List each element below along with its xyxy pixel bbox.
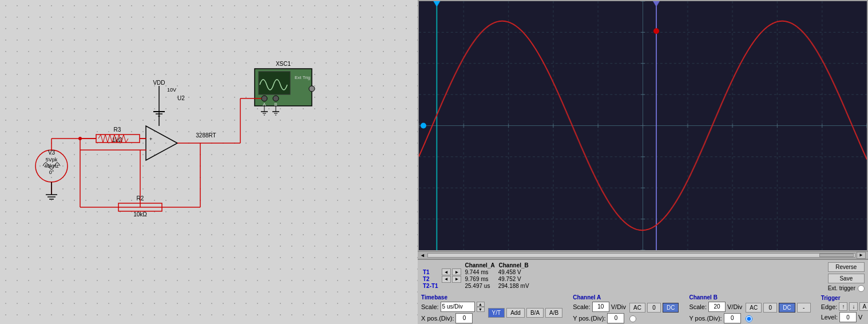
ab-button[interactable]: A/B: [545, 308, 562, 318]
channel-b-group: Channel B Scale: V/Div Y pos.(Div):: [689, 294, 742, 323]
edge-rising-btn[interactable]: ↑: [839, 302, 847, 311]
timebase-scale-input[interactable]: [441, 302, 475, 312]
ba-button[interactable]: B/A: [526, 308, 544, 318]
chb-ypos-input[interactable]: [724, 313, 741, 323]
cha-dc-btn[interactable]: DC: [663, 303, 679, 313]
t1-left-btn[interactable]: ◄: [442, 268, 451, 275]
svg-line-15: [101, 135, 103, 143]
ext-trigger-radio[interactable]: [858, 285, 865, 292]
chb-btn-row: AC 0 DC -: [746, 303, 810, 313]
cha-ac-btn[interactable]: AC: [629, 303, 645, 313]
svg-text:40kHz: 40kHz: [44, 163, 59, 169]
scrollbar-track[interactable]: [427, 253, 855, 258]
t2t1-label: T2-T1: [421, 283, 440, 289]
measurements-table: Channel_A Channel_B T1 ◄ ► 9.744 ms 49.4…: [421, 262, 534, 289]
ext-trigger-row: Ext. trigger: [828, 285, 865, 292]
channel-a-group: Channel A Scale: V/Div Y pos.(Div):: [573, 294, 626, 323]
chb-radio[interactable]: [746, 315, 752, 322]
ch-b-header: Channel_B: [497, 262, 531, 268]
edge-a-btn[interactable]: A: [859, 302, 868, 311]
trigger-label: Trigger: [821, 295, 868, 301]
scrollbar-thumb[interactable]: [819, 254, 854, 257]
svg-text:VDD: VDD: [153, 80, 165, 86]
cha-0-btn[interactable]: 0: [647, 303, 661, 313]
timebase-down-btn[interactable]: ▼: [477, 307, 485, 312]
svg-text:-: -: [149, 147, 151, 153]
trigger-level-unit: V: [858, 314, 862, 321]
cha-scale-input[interactable]: [592, 302, 609, 312]
chb-buttons: AC 0 DC -: [746, 303, 810, 322]
t2-time: 9.769 ms: [463, 275, 496, 283]
cha-radio[interactable]: [629, 315, 636, 322]
chb-ypos-label: Y pos.(Div):: [689, 315, 722, 322]
timebase-xpos-row: X pos.(Div):: [421, 313, 485, 323]
t2t1-chb: [531, 283, 534, 289]
t2-chb: [531, 275, 534, 283]
chb-scale-input[interactable]: [708, 302, 726, 312]
svg-line-14: [98, 135, 101, 139]
cha-scale-row: Scale: V/Div: [573, 302, 626, 312]
svg-line-17: [105, 135, 108, 143]
t2t1-time: 25.497 us: [463, 283, 496, 289]
chb-0-btn[interactable]: 0: [763, 303, 777, 313]
svg-marker-32: [146, 126, 177, 160]
t1-label: T1: [421, 268, 440, 276]
t1-time: 9.744 ms: [463, 268, 496, 276]
waveform-canvas: [419, 1, 867, 250]
cha-buttons: AC 0 DC: [629, 303, 679, 322]
svg-point-60: [309, 86, 315, 92]
oscilloscope-scrollbar[interactable]: ◄ ►: [418, 251, 868, 259]
timebase-scale-label: Scale:: [421, 303, 439, 310]
channel-a-label: Channel A: [573, 294, 626, 301]
trigger-level-label: Level:: [821, 314, 838, 321]
yt-button[interactable]: Y/T: [488, 308, 505, 318]
channel-b-label: Channel B: [689, 294, 742, 301]
svg-text:R2: R2: [137, 195, 144, 201]
svg-text:U2: U2: [177, 95, 185, 101]
timebase-spin: ▲ ▼: [477, 302, 485, 312]
trigger-level-input[interactable]: [839, 312, 857, 322]
cha-btn-row: AC 0 DC: [629, 303, 679, 313]
chb-scale-row: Scale: V/Div: [689, 302, 742, 312]
ext-trigger-label: Ext. trigger: [828, 285, 855, 291]
scroll-right-arrow[interactable]: ►: [857, 252, 866, 259]
reverse-button[interactable]: Reverse: [828, 262, 865, 272]
svg-text:V3: V3: [48, 149, 56, 156]
schematic-area: V3 5Vpk 40kHz 0° R3 1kΩ: [0, 0, 418, 324]
edge-falling-btn[interactable]: ↓: [849, 302, 858, 311]
t2-left-btn[interactable]: ◄: [442, 276, 451, 283]
chb-dc-btn[interactable]: DC: [779, 303, 795, 313]
trigger-level-row: Level: V: [821, 312, 868, 322]
timebase-up-btn[interactable]: ▲: [477, 302, 485, 307]
t2-label: T2: [421, 275, 440, 283]
svg-text:3288RT: 3288RT: [196, 132, 216, 139]
cha-ypos-input[interactable]: [607, 313, 624, 323]
chb-minus-btn[interactable]: -: [797, 303, 811, 313]
trigger-edge-row: Edge: ↑ ↓ A B Ext: [821, 302, 868, 311]
settings-row: Timebase Scale: ▲ ▼ X pos.(Div): Y/: [421, 294, 865, 323]
t2-right-btn[interactable]: ►: [452, 276, 461, 283]
t2t1-cha: 294.188 mV: [497, 283, 531, 289]
add-button[interactable]: Add: [506, 308, 525, 318]
ch-a-header: Channel_A: [463, 262, 496, 268]
svg-text:XSC1: XSC1: [276, 61, 291, 67]
timebase-xpos-label: X pos.(Div):: [421, 315, 454, 322]
oscilloscope-screen: [418, 0, 868, 251]
svg-line-26: [126, 139, 128, 143]
t2-cha: 49.752 V: [497, 275, 531, 283]
save-button[interactable]: Save: [828, 274, 865, 283]
svg-text:Ext Trig: Ext Trig: [295, 75, 310, 80]
svg-point-63: [273, 96, 279, 101]
cha-scale-unit: V/Div: [611, 303, 626, 310]
oscilloscope-controls: Channel_A Channel_B T1 ◄ ► 9.744 ms 49.4…: [418, 259, 868, 324]
t1-right-btn[interactable]: ►: [452, 268, 461, 275]
chb-ypos-row: Y pos.(Div):: [689, 313, 742, 323]
t1-chb: [531, 268, 534, 276]
cha-radio-row: [629, 315, 679, 322]
svg-text:0°: 0°: [49, 169, 54, 175]
scroll-left-arrow[interactable]: ◄: [420, 252, 425, 258]
oscilloscope-panel: ◄ ► Channel_A Channel_B T1: [418, 0, 868, 324]
timebase-xpos-input[interactable]: [455, 313, 473, 323]
svg-text:10kΩ: 10kΩ: [133, 211, 147, 218]
chb-ac-btn[interactable]: AC: [746, 303, 762, 313]
